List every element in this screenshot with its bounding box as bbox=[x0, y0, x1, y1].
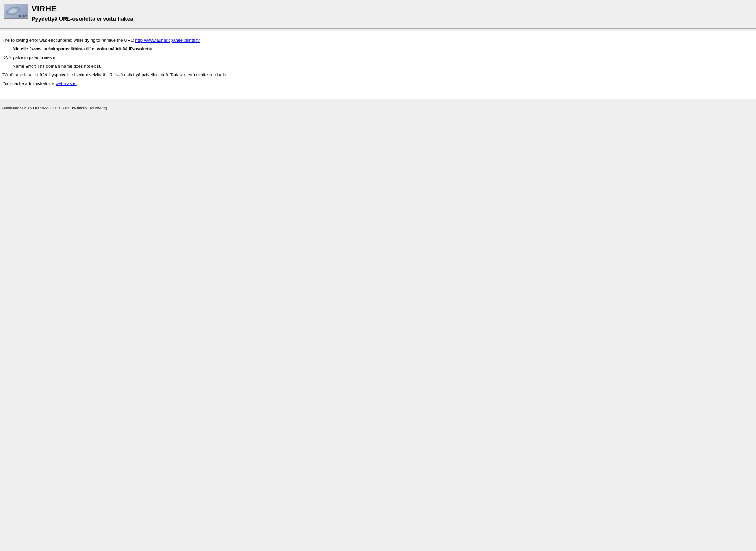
error-content: The following error was encountered whil… bbox=[0, 31, 756, 99]
dns-label: DNS-palvelin palautti viestin: bbox=[2, 55, 754, 60]
header-titles: VIRHE Pyydettyä URL-osoitetta ei voitu h… bbox=[32, 4, 133, 22]
dns-message: Name Error: The domain name does not exi… bbox=[2, 64, 754, 68]
intro-text: The following error was encountered whil… bbox=[2, 38, 135, 43]
intro-paragraph: The following error was encountered whil… bbox=[2, 38, 754, 43]
admin-suffix: . bbox=[77, 81, 78, 86]
admin-text: Your cache administrator is bbox=[2, 81, 56, 86]
error-title: VIRHE bbox=[32, 4, 133, 13]
webmaster-link[interactable]: webmaster bbox=[56, 81, 76, 86]
squid-icon bbox=[4, 4, 28, 19]
footer: Generated Sun, 09 Oct 2022 00:30:46 GMT … bbox=[0, 105, 756, 112]
failed-url-link[interactable]: http://www.aurinkopaneelithinta.fi/ bbox=[135, 38, 200, 43]
divider-top bbox=[0, 28, 756, 29]
error-header: VIRHE Pyydettyä URL-osoitetta ei voitu h… bbox=[0, 0, 756, 26]
error-message: Nimelle "www.aurinkopaneelithinta.fi" ei… bbox=[2, 46, 754, 51]
footer-text: Generated Sun, 09 Oct 2022 00:30:46 GMT … bbox=[2, 106, 107, 110]
error-subtitle: Pyydettyä URL-osoitetta ei voitu hakea bbox=[32, 16, 133, 22]
admin-paragraph: Your cache administrator is webmaster. bbox=[2, 81, 754, 86]
divider-bottom bbox=[0, 102, 756, 102]
explanation-text: Tämä tarkoittaa, että Välityspalvelin ei… bbox=[2, 72, 754, 77]
